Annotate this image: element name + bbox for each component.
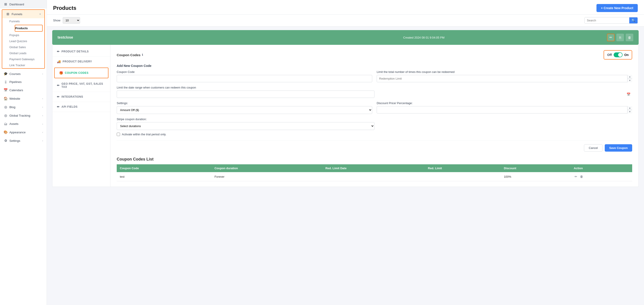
cancel-button[interactable]: Cancel: [584, 144, 602, 152]
nav-coupon-codes[interactable]: 🎁 Coupon Codes: [54, 67, 108, 78]
table-edit-button[interactable]: ✏: [574, 174, 578, 179]
sidebar-item-website[interactable]: 🏠 Website ‹: [0, 94, 47, 103]
cell-limit: [425, 172, 501, 181]
sidebar: ⊞ Dashboard ⊞ Funnels ▾ Funnels Products…: [0, 0, 47, 305]
redemption-limit-input[interactable]: [377, 75, 632, 82]
discount-spinner-up[interactable]: ▲: [628, 106, 632, 110]
save-coupon-button[interactable]: Save Coupon: [605, 144, 632, 152]
sidebar-item-payment-gateways[interactable]: Payment Gateways: [9, 56, 44, 62]
search-icon: 🔍: [632, 19, 635, 22]
settings-chevron: ‹: [42, 139, 43, 142]
coupon-codes-icon: 🎁: [59, 71, 63, 75]
sidebar-item-funnels-sub[interactable]: Funnels: [9, 18, 44, 24]
spinners: ▲ ▼: [627, 75, 632, 82]
sidebar-item-appearance[interactable]: 🎨 Appearance ‹: [0, 128, 47, 136]
discount-spinner-down[interactable]: ▼: [628, 110, 632, 113]
col-red-limit: Red. Limit: [425, 164, 501, 172]
coupon-code-label: Coupon Code: [117, 70, 372, 74]
date-limit-label: Limit the date range when customers can …: [117, 86, 632, 89]
calendar-icon[interactable]: 📅: [626, 92, 630, 96]
sidebar-item-dashboard[interactable]: ⊞ Dashboard: [0, 0, 47, 8]
assets-chevron: ‹: [42, 123, 43, 125]
blog-chevron: ‹: [42, 106, 43, 108]
sidebar-item-lead-quizzes[interactable]: Lead Quizzes: [9, 38, 44, 44]
search-button[interactable]: 🔍: [629, 17, 638, 23]
cell-actions: ✏ 🗑: [570, 172, 632, 181]
trial-label: Activate within the trial period only.: [122, 133, 166, 136]
content-area: ✏ Product Details 🚚 Product Delivery 🎁 C…: [52, 45, 639, 187]
calendars-icon: 📅: [4, 88, 8, 92]
sidebar-item-global-tracking[interactable]: ◎ Global Tracking ‹: [0, 111, 47, 120]
info-icon[interactable]: ℹ: [142, 53, 143, 56]
nav-api-fields[interactable]: ✏ API Fields: [52, 102, 110, 112]
table-delete-button[interactable]: 🗑: [579, 174, 584, 179]
settings-label: Settings:: [117, 101, 372, 105]
settings-grid: Settings: Amount Off ($) Percentage Off …: [117, 101, 632, 114]
table-row: test Forever 100% ✏ 🗑: [117, 172, 632, 181]
global-tracking-icon: ◎: [4, 113, 8, 117]
sidebar-item-assets[interactable]: 🗂 Assets ‹: [0, 120, 47, 128]
toolbar: Show 10 25 50 100 🔍: [47, 14, 644, 26]
col-red-limit-date: Red. Limit Date: [322, 164, 425, 172]
sidebar-item-calendars[interactable]: 📅 Calendars: [0, 86, 47, 94]
nav-integrations[interactable]: ✏ Integrations: [52, 92, 110, 102]
geo-price-icon: ✏: [57, 84, 60, 87]
toggle-on-label: On: [624, 53, 628, 57]
page-title: Products: [53, 5, 76, 11]
toolbar-left: Show 10 25 50 100: [53, 17, 80, 24]
stripe-duration-select[interactable]: Select durations Once Repeating Forever: [117, 122, 374, 130]
product-row: testclose Created 2024 08 01 9:04:05 PM …: [52, 30, 639, 45]
sidebar-item-products[interactable]: Products: [15, 25, 42, 31]
sidebar-item-blog[interactable]: ◎ Blog ‹: [0, 103, 47, 111]
sidebar-item-funnels[interactable]: ⊞ Funnels ▾: [2, 10, 44, 18]
blog-icon: ◎: [4, 105, 8, 109]
nav-geo-price[interactable]: ✏ Geo Price, VAT, GST, Sales Tax: [52, 79, 110, 92]
spinner-up[interactable]: ▲: [628, 75, 632, 79]
sidebar-item-settings[interactable]: ⚙ Settings ‹: [0, 136, 47, 145]
stripe-duration-group: Stripe coupon duration: Select durations…: [117, 117, 374, 130]
stripe-duration-label: Stripe coupon duration:: [117, 117, 374, 121]
discount-spinners: ▲ ▼: [627, 106, 632, 113]
search-input[interactable]: [585, 17, 629, 23]
coupon-table: Coupon Code Coupon duration Red. Limit D…: [117, 164, 632, 181]
nav-product-details[interactable]: ✏ Product Details: [52, 47, 110, 57]
col-discount: Discount: [501, 164, 570, 172]
col-coupon-code: Coupon Code: [117, 164, 211, 172]
sidebar-item-popups[interactable]: Popups: [9, 32, 44, 38]
website-icon: 🏠: [4, 96, 8, 101]
coupon-form-grid: Coupon Code Limit the total number of ti…: [117, 70, 632, 82]
table-header-row: Coupon Code Coupon duration Red. Limit D…: [117, 164, 632, 172]
courses-chevron: ‹: [42, 72, 43, 75]
edit-product-button[interactable]: ✏: [607, 34, 614, 41]
right-panel: Coupon Codes ℹ Off On Add New Coupon Cod…: [110, 45, 638, 187]
discount-input[interactable]: [377, 106, 632, 113]
settings-select[interactable]: Amount Off ($) Percentage Off (%) Fixed …: [117, 106, 372, 114]
nav-product-delivery[interactable]: 🚚 Product Delivery: [52, 57, 110, 67]
coupon-code-input[interactable]: [117, 75, 372, 82]
spinner-down[interactable]: ▼: [628, 79, 632, 82]
sidebar-item-courses[interactable]: 🎓 Courses ‹: [0, 69, 47, 78]
sidebar-item-global-leads[interactable]: Global Leads: [9, 50, 44, 56]
appearance-chevron: ‹: [42, 131, 43, 134]
create-new-product-button[interactable]: + Create New Product: [596, 4, 638, 12]
trial-checkbox-row: Activate within the trial period only.: [117, 133, 632, 136]
delete-product-button[interactable]: 🗑: [626, 34, 633, 41]
settings-group: Settings: Amount Off ($) Percentage Off …: [117, 101, 372, 114]
date-limit-input[interactable]: [117, 90, 374, 98]
date-input-wrap: 📅: [117, 90, 632, 98]
copy-product-button[interactable]: ⎘: [616, 34, 624, 41]
toggle-area: Off On: [604, 50, 632, 59]
pipelines-icon: ⣿: [4, 80, 8, 84]
col-coupon-duration: Coupon duration: [211, 164, 322, 172]
redemption-limit-wrap: ▲ ▼: [377, 75, 632, 82]
sidebar-item-global-sales[interactable]: Global Sales: [9, 44, 44, 50]
coupon-header: Coupon Codes ℹ Off On: [117, 50, 632, 59]
coupon-toggle[interactable]: [614, 52, 622, 57]
cell-duration: Forever: [211, 172, 322, 181]
show-select[interactable]: 10 25 50 100: [63, 17, 80, 24]
sidebar-item-pipelines[interactable]: ⣿ Pipelines: [0, 78, 47, 86]
coupon-codes-title: Coupon Codes ℹ: [117, 53, 143, 57]
main-content: Products + Create New Product Show 10 25…: [47, 0, 644, 305]
sidebar-item-link-tracker[interactable]: Link Tracker: [9, 62, 44, 68]
trial-checkbox[interactable]: [117, 133, 120, 136]
